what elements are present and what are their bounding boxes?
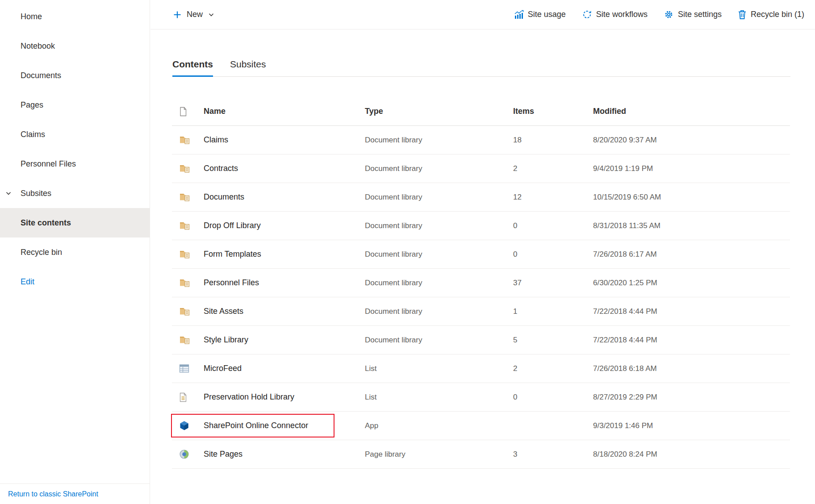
- table-row[interactable]: SharePoint Online Connector App 9/3/2019…: [172, 412, 790, 440]
- item-modified: 10/15/2019 6:50 AM: [593, 193, 790, 202]
- item-name[interactable]: Personnel Files: [204, 278, 365, 287]
- library-icon: [179, 163, 190, 174]
- column-header-name[interactable]: Name: [204, 107, 365, 116]
- sidebar-item-pages[interactable]: Pages: [0, 90, 150, 120]
- command-bar: New Site usageSite workflowsSite setting…: [150, 0, 815, 29]
- item-type: Document library: [365, 221, 513, 230]
- item-name[interactable]: Site Assets: [204, 307, 365, 316]
- item-count: 0: [513, 250, 593, 259]
- item-modified: 9/4/2019 1:19 PM: [593, 164, 790, 173]
- item-name[interactable]: Style Library: [204, 335, 365, 345]
- sidebar-item-label: Documents: [21, 71, 61, 80]
- item-type: Page library: [365, 450, 513, 459]
- new-button[interactable]: New: [172, 10, 214, 20]
- item-count: 12: [513, 193, 593, 202]
- item-type: App: [365, 421, 513, 430]
- library-icon: [179, 135, 190, 145]
- item-count: 0: [513, 393, 593, 402]
- table-row[interactable]: Site Pages Page library 3 8/18/2020 8:24…: [172, 440, 790, 469]
- tab-subsites-label: Subsites: [230, 59, 266, 69]
- table-row[interactable]: Form Templates Document library 0 7/26/2…: [172, 240, 790, 269]
- sidebar-item-subsites[interactable]: Subsites: [0, 179, 150, 208]
- item-modified: 8/18/2020 8:24 PM: [593, 450, 790, 459]
- trash-icon: [738, 9, 747, 20]
- item-modified: 9/3/2019 1:46 PM: [593, 421, 790, 430]
- row-icon-cell: [172, 278, 204, 288]
- sidebar-item-personnel-files[interactable]: Personnel Files: [0, 149, 150, 179]
- sidebar-item-notebook[interactable]: Notebook: [0, 31, 150, 61]
- row-icon-cell: [172, 306, 204, 317]
- item-name[interactable]: Claims: [204, 135, 365, 145]
- table-row[interactable]: Claims Document library 18 8/20/2020 9:3…: [172, 126, 790, 154]
- table-row[interactable]: Drop Off Library Document library 0 8/31…: [172, 212, 790, 240]
- table-row[interactable]: Contracts Document library 2 9/4/2019 1:…: [172, 154, 790, 183]
- site-workflows-button[interactable]: Site workflows: [582, 9, 648, 20]
- sidebar-item-label: Pages: [21, 100, 43, 110]
- return-to-classic-link[interactable]: Return to classic SharePoint: [8, 490, 98, 498]
- row-icon-cell: [172, 192, 204, 202]
- item-modified: 8/20/2020 9:37 AM: [593, 136, 790, 145]
- sidebar-item-label: Home: [21, 12, 42, 21]
- library-icon: [179, 249, 190, 259]
- item-type: Document library: [365, 193, 513, 202]
- table-row[interactable]: Style Library Document library 5 7/22/20…: [172, 326, 790, 354]
- column-header-type[interactable]: Type: [365, 107, 513, 116]
- item-name[interactable]: SharePoint Online Connector: [204, 421, 365, 430]
- chevron-down-icon[interactable]: [5, 190, 12, 196]
- sidebar-item-documents[interactable]: Documents: [0, 61, 150, 90]
- gear-icon: [664, 9, 674, 20]
- item-type: Document library: [365, 250, 513, 259]
- item-modified: 8/27/2019 2:29 PM: [593, 393, 790, 402]
- sidebar-item-label: Claims: [21, 130, 45, 139]
- bar-chart-icon: [514, 9, 524, 20]
- row-icon-cell: [172, 163, 204, 174]
- tab-contents[interactable]: Contents: [172, 59, 213, 76]
- item-name[interactable]: Preservation Hold Library: [204, 392, 365, 402]
- app-icon: [179, 421, 189, 431]
- item-type: Document library: [365, 307, 513, 316]
- table-row[interactable]: Site Assets Document library 1 7/22/2018…: [172, 297, 790, 326]
- sidebar-item-home[interactable]: Home: [0, 2, 150, 31]
- item-name[interactable]: Form Templates: [204, 250, 365, 259]
- new-button-label: New: [187, 10, 203, 19]
- item-name[interactable]: Drop Off Library: [204, 221, 365, 230]
- row-icon-cell: [172, 249, 204, 259]
- row-icon-cell: [172, 221, 204, 231]
- table-row[interactable]: Documents Document library 12 10/15/2019…: [172, 183, 790, 212]
- sidebar-item-claims[interactable]: Claims: [0, 120, 150, 149]
- table-row[interactable]: Preservation Hold Library List 0 8/27/20…: [172, 383, 790, 412]
- sidebar-item-label: Notebook: [21, 42, 55, 51]
- item-name[interactable]: Documents: [204, 192, 365, 202]
- command-bar-actions: Site usageSite workflowsSite settingsRec…: [514, 9, 804, 20]
- sidebar-item-edit[interactable]: Edit: [0, 267, 150, 296]
- header-icon-cell: [172, 107, 204, 117]
- item-type: List: [365, 393, 513, 402]
- column-header-items[interactable]: Items: [513, 107, 593, 116]
- column-header-modified[interactable]: Modified: [593, 107, 790, 116]
- item-count: 1: [513, 307, 593, 316]
- sync-icon: [582, 9, 592, 20]
- row-icon-cell: [172, 364, 204, 373]
- library-icon: [179, 335, 190, 345]
- row-icon-cell: [172, 449, 204, 459]
- sidebar-item-recycle-bin[interactable]: Recycle bin: [0, 237, 150, 267]
- item-name[interactable]: Contracts: [204, 164, 365, 173]
- action-label: Recycle bin (1): [751, 10, 804, 19]
- plus-icon: [172, 10, 182, 20]
- table-row[interactable]: Personnel Files Document library 37 6/30…: [172, 269, 790, 297]
- table-row[interactable]: MicroFeed List 2 7/26/2018 6:18 AM: [172, 354, 790, 383]
- site-usage-button[interactable]: Site usage: [514, 9, 566, 20]
- item-name[interactable]: MicroFeed: [204, 364, 365, 373]
- sidebar-item-site-contents[interactable]: Site contents: [0, 208, 150, 237]
- site-settings-button[interactable]: Site settings: [664, 9, 722, 20]
- item-modified: 8/31/2018 11:35 AM: [593, 221, 790, 230]
- recycle-bin-1-button[interactable]: Recycle bin (1): [738, 9, 804, 20]
- item-type: Document library: [365, 164, 513, 173]
- table-body: Claims Document library 18 8/20/2020 9:3…: [172, 126, 790, 469]
- item-count: 0: [513, 221, 593, 230]
- tab-subsites[interactable]: Subsites: [230, 59, 266, 76]
- row-icon-cell: [172, 421, 204, 431]
- item-count: 37: [513, 279, 593, 287]
- library-icon: [179, 306, 190, 317]
- item-name[interactable]: Site Pages: [204, 450, 365, 459]
